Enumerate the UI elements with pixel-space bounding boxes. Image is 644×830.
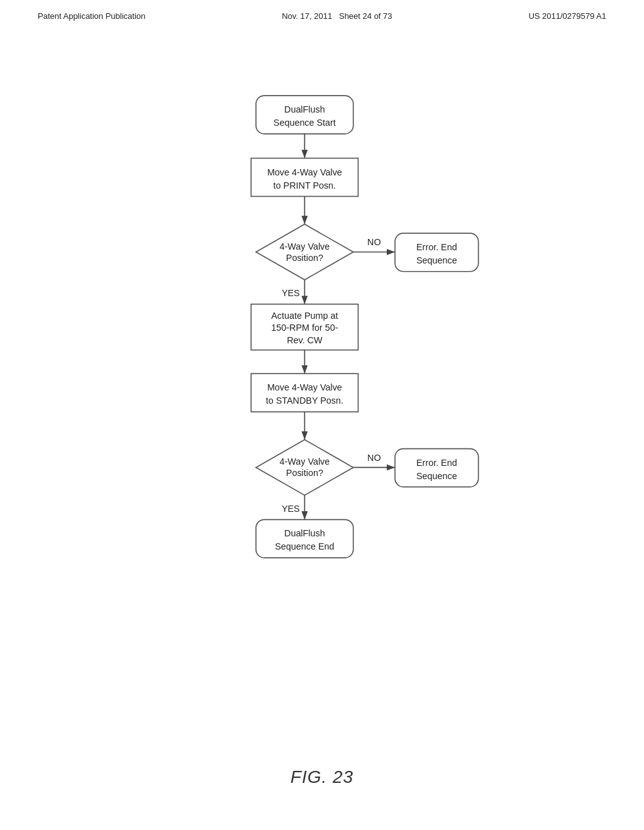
step2-label-2: 150-RPM for 50-	[271, 323, 338, 333]
figure-label: FIG. 23	[291, 767, 353, 787]
err1-label-2: Sequence	[416, 255, 457, 265]
yes1-label: YES	[282, 288, 300, 298]
err2-label-1: Error. End	[416, 458, 457, 468]
step2-label-1: Actuate Pump at	[271, 311, 338, 321]
diagram-area: DualFlush Sequence Start Move 4-Way Valv…	[0, 82, 644, 773]
step1-label-1: Move 4-Way Valve	[267, 167, 342, 177]
start-label-2: Sequence Start	[274, 118, 336, 128]
flowchart-svg: DualFlush Sequence Start Move 4-Way Valv…	[102, 82, 542, 742]
err2-label-2: Sequence	[416, 471, 457, 481]
step2-label-3: Rev. CW	[287, 335, 323, 345]
header-right: US 2011/0279579 A1	[528, 11, 606, 21]
header-left: Patent Application Publication	[38, 11, 145, 21]
dec2-label-2: Position?	[286, 468, 323, 478]
step1-label-2: to PRINT Posn.	[274, 180, 336, 191]
no1-label: NO	[367, 237, 381, 247]
err1-label-1: Error. End	[416, 242, 457, 252]
start-node	[256, 96, 353, 134]
end-label-1: DualFlush	[284, 528, 325, 538]
dec2-label-1: 4-Way Valve	[279, 456, 330, 467]
step3-node	[251, 374, 358, 412]
step3-label-2: to STANDBY Posn.	[266, 396, 343, 406]
page-header: Patent Application Publication Nov. 17, …	[0, 0, 644, 21]
dec1-label-1: 4-Way Valve	[279, 241, 330, 252]
yes2-label: YES	[282, 504, 300, 514]
step1-node	[251, 158, 358, 197]
end-label-2: Sequence End	[275, 541, 334, 551]
header-center: Nov. 17, 2011 Sheet 24 of 73	[282, 11, 392, 21]
no2-label: NO	[367, 453, 381, 463]
end-node	[256, 519, 353, 558]
err2-node	[395, 449, 479, 487]
dec1-label-2: Position?	[286, 253, 323, 263]
err1-node	[395, 233, 479, 272]
step3-label-1: Move 4-Way Valve	[267, 382, 342, 392]
start-label-1: DualFlush	[284, 104, 325, 114]
